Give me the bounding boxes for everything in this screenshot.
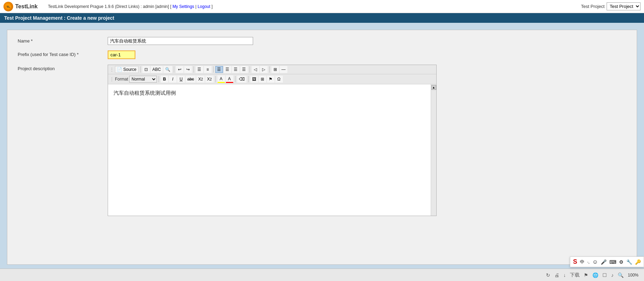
bookmark-icon[interactable]: ⚑ <box>584 272 588 278</box>
ime-mic-icon[interactable]: 🎤 <box>601 259 607 265</box>
ime-bar: S 中 ·, ☺ 🎤 ⌨ ⚙ 🔧 🔑 <box>570 256 644 267</box>
ime-logo: S <box>573 258 577 265</box>
zoom-level: 100% <box>628 273 638 278</box>
toolbar-drag-handle: ⋮ <box>109 67 114 72</box>
flag-button[interactable]: ⚑ <box>267 76 275 83</box>
test-project-label: Test Project <box>581 4 605 9</box>
logo-area: TL TestLink <box>3 2 38 11</box>
separator-3 <box>194 66 194 73</box>
editor-toolbar-2: ⋮ Format Normal Heading 1 Heading 2 Head… <box>108 74 436 84</box>
source-button[interactable]: 📄 Source <box>115 66 138 73</box>
prefix-label: Prefix (used for Test case ID) * <box>18 50 108 57</box>
name-label: Name * <box>18 37 108 44</box>
status-bar: ↻ 🖨 ↓ 下载 ⚑ 🌐 ☐ ♪ 🔍 100% <box>0 269 644 281</box>
header-info: TestLink Development Prague 1.9.6 (Direc… <box>48 4 213 9</box>
strikethrough-button[interactable]: abc <box>186 76 196 83</box>
download-icon[interactable]: ↓ <box>563 272 566 278</box>
closing-bracket: ] <box>212 4 213 9</box>
editor-container: ⋮ 📄 Source ⊡ ABC 🔍 ↩ ↪ ☰ <box>108 65 437 216</box>
print-icon[interactable]: 🖨 <box>554 272 559 278</box>
indent-button[interactable]: ▷ <box>260 66 268 73</box>
prefix-row: Prefix (used for Test case ID) * <box>18 50 626 59</box>
editor-content-text: 汽车自动租赁系统测试用例 <box>114 90 176 96</box>
superscript-button[interactable]: X2 <box>205 76 214 83</box>
testlink-logo-icon: TL <box>3 2 13 11</box>
separator-6 <box>269 66 270 73</box>
align-center-button[interactable]: ☰ <box>224 66 231 73</box>
separator-1 <box>140 66 141 73</box>
editor-scrollbar[interactable]: ▲ <box>431 84 436 216</box>
test-project-select[interactable]: Test Project <box>607 2 641 10</box>
page-title-bar: Test Project Management : Create a new p… <box>0 13 644 23</box>
separator-4 <box>213 66 214 73</box>
undo-button[interactable]: ↩ <box>176 66 184 73</box>
italic-button[interactable]: I <box>169 76 177 83</box>
separator-8 <box>215 76 216 82</box>
separator-9 <box>235 76 235 82</box>
hr-button[interactable]: — <box>280 66 287 73</box>
scrollbar-up-arrow[interactable]: ▲ <box>431 85 436 90</box>
ime-keyboard-icon[interactable]: ⌨ <box>609 259 616 265</box>
globe-icon[interactable]: 🌐 <box>592 272 598 278</box>
toolbar2-drag-handle: ⋮ <box>109 76 114 82</box>
maximize-button[interactable]: ⊡ <box>142 66 150 73</box>
prefix-input[interactable] <box>108 50 135 59</box>
header: TL TestLink TestLink Development Prague … <box>0 0 644 13</box>
eraser-button[interactable]: ⌫ <box>237 76 247 83</box>
bg-color-button[interactable]: A <box>217 75 225 83</box>
editor-main: 汽车自动租赁系统测试用例 <box>108 84 431 216</box>
logout-link[interactable]: Logout <box>198 4 211 9</box>
editor-content[interactable]: 汽车自动租赁系统测试用例 <box>108 84 431 216</box>
prefix-field <box>108 50 626 59</box>
unordered-list-button[interactable]: ≡ <box>204 66 212 73</box>
search-icon[interactable]: 🔍 <box>618 272 624 278</box>
font-color-button[interactable]: A <box>226 75 233 83</box>
page-icon[interactable]: ☐ <box>602 272 607 278</box>
source-icon: 📄 <box>117 67 122 72</box>
ime-chinese-label: 中 <box>580 259 584 265</box>
ordered-list-button[interactable]: ☰ <box>196 66 203 73</box>
name-row: Name * <box>18 37 626 45</box>
audio-icon[interactable]: ♪ <box>611 272 614 278</box>
table2-button[interactable]: ⊞ <box>259 76 266 83</box>
my-settings-link[interactable]: My Settings <box>172 4 194 9</box>
ime-punctuation: ·, <box>587 260 590 264</box>
description-label: Project description <box>18 65 108 71</box>
app-info-text: TestLink Development Prague 1.9.6 (Direc… <box>48 4 171 9</box>
image-button[interactable]: 🖼 <box>250 76 258 83</box>
special-char-button[interactable]: Ω <box>275 76 283 83</box>
name-field <box>108 37 626 45</box>
name-input[interactable] <box>108 37 253 45</box>
subscript-button[interactable]: X2 <box>196 76 205 83</box>
underline-button[interactable]: U <box>177 76 185 83</box>
separator-10 <box>248 76 249 82</box>
refresh-icon[interactable]: ↻ <box>546 272 550 278</box>
editor-wrapper: 汽车自动租赁系统测试用例 ▲ <box>108 84 436 216</box>
format-label: Format <box>115 77 128 82</box>
format-select[interactable]: Normal Heading 1 Heading 2 Heading 3 For… <box>129 76 157 83</box>
align-left-button[interactable]: ☰ <box>215 66 223 73</box>
outdent-button[interactable]: ◁ <box>252 66 259 73</box>
find-button[interactable]: 🔍 <box>163 66 172 73</box>
spellcheck-button[interactable]: ABC <box>151 66 163 73</box>
justify-button[interactable]: ☰ <box>240 66 248 73</box>
bold-button[interactable]: B <box>161 76 168 83</box>
table-button[interactable]: ⊞ <box>271 66 279 73</box>
source-label: Source <box>123 67 136 72</box>
page-title: Test Project Management : Create a new p… <box>4 15 114 21</box>
logo-text: TestLink <box>15 3 38 10</box>
editor-toolbar-1: ⋮ 📄 Source ⊡ ABC 🔍 ↩ ↪ ☰ <box>108 65 436 74</box>
ime-wrench-icon[interactable]: 🔑 <box>635 259 641 265</box>
format-wrap: Format Normal Heading 1 Heading 2 Headin… <box>115 76 157 83</box>
header-left: TL TestLink TestLink Development Prague … <box>3 2 213 11</box>
ime-tool-icon[interactable]: 🔧 <box>626 259 632 265</box>
ime-settings-icon[interactable]: ⚙ <box>619 259 624 265</box>
redo-button[interactable]: ↪ <box>184 66 192 73</box>
separator-7 <box>159 76 159 82</box>
ime-emoji-icon[interactable]: ☺ <box>592 259 598 265</box>
download-label[interactable]: 下载 <box>570 272 580 278</box>
align-right-button[interactable]: ☰ <box>232 66 240 73</box>
main-content: Name * Prefix (used for Test case ID) * … <box>0 23 644 272</box>
separator-2 <box>174 66 174 73</box>
svg-text:TL: TL <box>7 5 10 9</box>
